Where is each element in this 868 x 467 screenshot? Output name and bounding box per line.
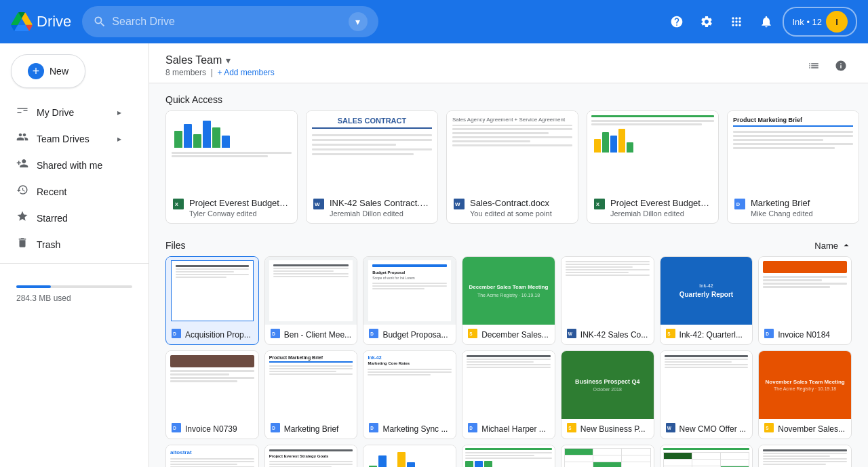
- user-avatar: I: [826, 11, 848, 33]
- search-input[interactable]: [112, 16, 343, 28]
- shared-label: Shared with me: [37, 160, 102, 171]
- quick-access-card[interactable]: X Project Everest Budget.xlsx Tyler Conw…: [165, 110, 298, 224]
- sidebar: + New My Drive ▸ Team Drives ▸ Shared wi…: [0, 43, 149, 467]
- quick-card-thumbnail: [587, 111, 718, 192]
- svg-text:D: D: [272, 426, 275, 430]
- quick-card-name: Sales-Contract.docx: [470, 198, 571, 208]
- quick-card-meta: Jeremiah Dillon edited: [330, 209, 431, 218]
- file-card-invoice-0184[interactable]: D Invoice N0184: [758, 256, 852, 345]
- sidebar-item-team-drives[interactable]: Team Drives ▸: [0, 125, 138, 152]
- file-card-q3-deliverables[interactable]: X Q3 Deliverables: [561, 445, 654, 467]
- list-view-button[interactable]: [803, 55, 825, 77]
- file-card-michael-harper[interactable]: D Michael Harper ...: [462, 350, 555, 439]
- svg-text:W: W: [455, 201, 460, 207]
- doc-icon: D: [734, 199, 745, 212]
- slides-icon: S: [666, 329, 675, 340]
- file-thumbnail: [462, 351, 555, 419]
- svg-text:S: S: [469, 331, 473, 336]
- file-card-new-cmo[interactable]: W New CMO Offer ...: [660, 350, 753, 439]
- file-card-project-everest-excel[interactable]: X Project Everest ...: [363, 445, 456, 467]
- file-card-product-strategy[interactable]: Project Everest Strategy Goals D Product…: [264, 445, 358, 467]
- starred-label: Starred: [37, 213, 68, 224]
- file-thumbnail: [759, 257, 851, 325]
- doc-icon: D: [369, 423, 378, 434]
- search-bar: ▾: [82, 6, 378, 37]
- team-title: Sales Team: [165, 54, 222, 66]
- apps-button[interactable]: [723, 8, 750, 35]
- file-card-ben[interactable]: D Ben - Client Mee...: [264, 256, 358, 345]
- settings-button[interactable]: [693, 8, 720, 35]
- file-card-ink42-quarterly[interactable]: Ink-42 Quarterly Report S Ink-42: Quarte…: [660, 256, 753, 345]
- file-name: New Business P...: [580, 424, 648, 434]
- quick-access-card[interactable]: SALES CONTRACT W INK-42 Sales Contra: [306, 110, 438, 224]
- file-name: INK-42 Sales Co...: [580, 330, 648, 340]
- word-icon: W: [567, 329, 576, 340]
- files-grid: D Acquisition Prop...: [149, 256, 868, 467]
- file-thumbnail: [561, 445, 654, 467]
- storage-text: 284.3 MB used: [16, 293, 132, 303]
- file-card-q4-forecasting[interactable]: X Q4 Forecasting: [660, 445, 753, 467]
- file-thumbnail: altostrat: [166, 445, 258, 467]
- quick-card-thumbnail: Product Marketing Brief: [728, 111, 859, 192]
- file-card-acquisition[interactable]: D Acquisition Prop...: [165, 256, 259, 345]
- svg-text:D: D: [371, 331, 374, 336]
- file-name: December Sales...: [481, 330, 549, 340]
- team-chevron-icon[interactable]: ▾: [226, 55, 231, 66]
- quick-access-card[interactable]: X Project Everest Budget.xlsx Jeremiah D…: [587, 110, 719, 224]
- sort-control[interactable]: Name: [814, 240, 852, 251]
- new-button[interactable]: + New: [11, 54, 85, 88]
- doc-icon: D: [172, 423, 181, 434]
- file-card-sales-contract[interactable]: W Sales-Contract-...: [758, 445, 852, 467]
- doc-icon: D: [172, 329, 181, 340]
- doc-icon: D: [764, 329, 774, 340]
- add-members-link[interactable]: + Add members: [217, 68, 274, 77]
- file-card-marketing-brief[interactable]: Product Marketing Brief D Marketing Brie…: [264, 350, 358, 439]
- sort-arrow-icon: [841, 240, 852, 251]
- app-name: Drive: [37, 13, 71, 31]
- sidebar-item-recent[interactable]: Recent: [0, 178, 138, 205]
- user-badge[interactable]: Ink • 12 I: [783, 7, 857, 37]
- file-thumbnail: Ink-42 Quarterly Report: [660, 257, 753, 325]
- file-card-budget[interactable]: Budget Proposal Scope of work for Ink Lo…: [363, 256, 456, 345]
- info-button[interactable]: [830, 55, 852, 77]
- svg-text:W: W: [667, 426, 671, 430]
- file-card-december-sales[interactable]: December Sales Team Meeting The Acme Reg…: [462, 256, 555, 345]
- app-logo[interactable]: Drive: [11, 12, 71, 31]
- file-card-new-business[interactable]: Business Prospect Q4 October 2018 S New …: [561, 350, 654, 439]
- sort-label: Name: [814, 241, 838, 251]
- file-card-project-everest-doc[interactable]: D Project Everest ...: [462, 445, 555, 467]
- sidebar-item-trash[interactable]: Trash: [0, 231, 138, 258]
- file-thumbnail: Ink-42 Marketing Core Rates: [363, 351, 456, 419]
- sidebar-item-my-drive[interactable]: My Drive ▸: [0, 99, 138, 125]
- search-filter-button[interactable]: ▾: [349, 12, 368, 31]
- storage-bar-fill: [16, 285, 51, 288]
- shared-icon: [16, 157, 28, 173]
- file-card-ink42-sales[interactable]: W INK-42 Sales Co...: [561, 256, 654, 345]
- file-thumbnail: [363, 445, 456, 467]
- sidebar-item-shared[interactable]: Shared with me: [0, 152, 138, 178]
- svg-text:D: D: [469, 426, 473, 430]
- svg-text:S: S: [766, 426, 770, 430]
- quick-card-name: INK-42 Sales Contract.docx: [330, 198, 431, 208]
- help-button[interactable]: [663, 8, 690, 35]
- starred-icon: [16, 210, 28, 226]
- file-name: Invoice N0739: [185, 424, 253, 434]
- storage-bar: [16, 285, 132, 288]
- file-card-product-marketing[interactable]: altostrat D Product Marketi...: [165, 445, 259, 467]
- slides-icon: S: [567, 423, 576, 434]
- file-card-marketing-sync[interactable]: Ink-42 Marketing Core Rates D Marketing …: [363, 350, 456, 439]
- sidebar-item-starred[interactable]: Starred: [0, 205, 138, 231]
- trash-icon: [16, 237, 28, 252]
- quick-access-card[interactable]: Sales Agency Agreement + Service Agreeme…: [446, 110, 578, 224]
- file-card-invoice-0739[interactable]: D Invoice N0739: [165, 350, 259, 439]
- notifications-button[interactable]: [753, 8, 780, 35]
- quick-card-meta: You edited at some point: [470, 209, 571, 218]
- topbar: Drive ▾ Ink • 12 I: [0, 0, 868, 43]
- word-icon: W: [313, 199, 324, 212]
- file-name: Marketing Sync ...: [382, 424, 450, 434]
- file-thumbnail: [660, 351, 753, 419]
- file-thumbnail: Project Everest Strategy Goals: [265, 445, 357, 467]
- file-card-november-sales[interactable]: November Sales Team Meeting The Acme Reg…: [758, 350, 852, 439]
- files-header: Files Name: [149, 235, 868, 256]
- quick-access-card[interactable]: Product Marketing Brief D Marketing: [727, 110, 859, 224]
